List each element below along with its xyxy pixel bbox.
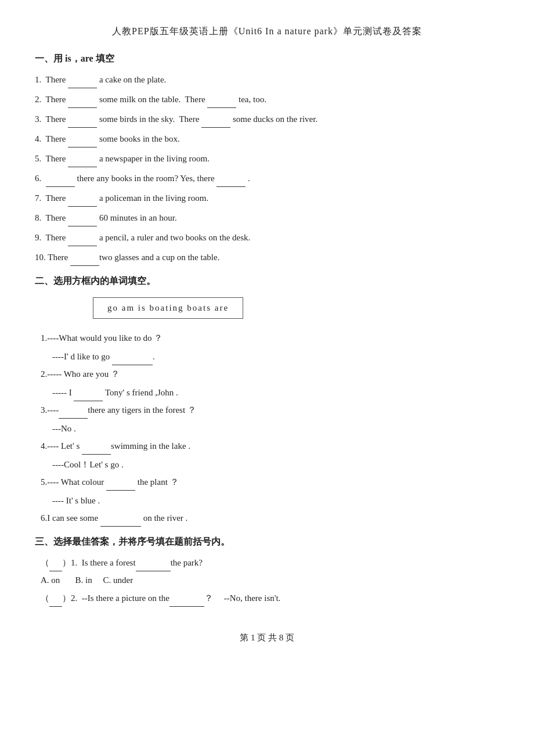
blank: [68, 157, 97, 167]
list-item: 2. There some milk on the table. There t…: [35, 91, 499, 108]
blank: [217, 177, 246, 187]
blank: [82, 444, 111, 455]
list-item: 2.----- Who are you ？: [41, 365, 499, 383]
blank: [68, 78, 97, 88]
list-item: 7. There a policeman in the living room.: [35, 189, 499, 207]
blank: [100, 516, 141, 527]
list-item: 3. There some birds in the sky. There so…: [35, 110, 499, 128]
list-item: 1.----What would you like to do ？: [41, 329, 499, 347]
paren-blank: [49, 561, 62, 571]
list-item: 8. There 60 minutes in an hour.: [35, 209, 499, 226]
blank: [68, 216, 97, 226]
section1-questions: 1. There a cake on the plate. 2. There s…: [35, 71, 499, 266]
blank: [68, 236, 97, 246]
section2-title: 二、选用方框内的单词填空。: [35, 273, 499, 290]
list-item: ----- I Tony' s friend ,John .: [52, 384, 499, 401]
section3-title: 三、选择最佳答案，并将序号填在题前括号内。: [35, 534, 499, 550]
blank: [136, 561, 171, 571]
list-item: 1. There a cake on the plate.: [35, 71, 499, 88]
blank: [112, 355, 153, 365]
list-item: 6. there any books in the room? Yes, the…: [35, 170, 499, 187]
list-item: ---No .: [52, 420, 499, 437]
blank: [106, 480, 135, 491]
blank: [207, 98, 236, 108]
list-item: ----I' d like to go .: [52, 348, 499, 365]
blank: [46, 177, 75, 187]
blank: [74, 391, 103, 401]
page-title: 人教PEP版五年级英语上册《Unit6 In a nature park》单元测…: [35, 23, 499, 40]
section1-title: 一、用 is，are 填空: [35, 51, 499, 67]
list-item: ----Cool！Let' s go .: [52, 456, 499, 473]
list-item: ---- It' s blue .: [52, 492, 499, 509]
list-item: （）2. --Is there a picture on the？ --No, …: [41, 589, 499, 607]
list-item: 3.----there any tigers in the forest ？: [41, 401, 499, 419]
list-item: （）1. Is there a forestthe park?: [41, 554, 499, 571]
blank: [68, 98, 97, 108]
list-item: 6.I can see some on the river .: [41, 509, 499, 527]
blank: [201, 117, 230, 128]
list-item: 4. There some books in the box.: [35, 130, 499, 147]
page-footer: 第 1 页 共 8 页: [35, 630, 499, 646]
blank: [68, 137, 97, 147]
word-box: go am is boating boats are: [93, 297, 243, 319]
list-item: A. on B. in C. under: [41, 573, 499, 588]
blank: [169, 596, 204, 607]
paren-blank: [49, 596, 62, 607]
blank: [68, 196, 97, 207]
blank: [68, 117, 97, 128]
list-item: 5.---- What colour the plant ？: [41, 473, 499, 491]
blank: [70, 255, 99, 266]
blank: [59, 408, 88, 419]
list-item: 5. There a newspaper in the living room.: [35, 150, 499, 167]
list-item: 9. There a pencil, a ruler and two books…: [35, 229, 499, 246]
list-item: 10. There two glasses and a cup on the t…: [35, 249, 499, 266]
list-item: 4.---- Let' s swimming in the lake .: [41, 437, 499, 455]
